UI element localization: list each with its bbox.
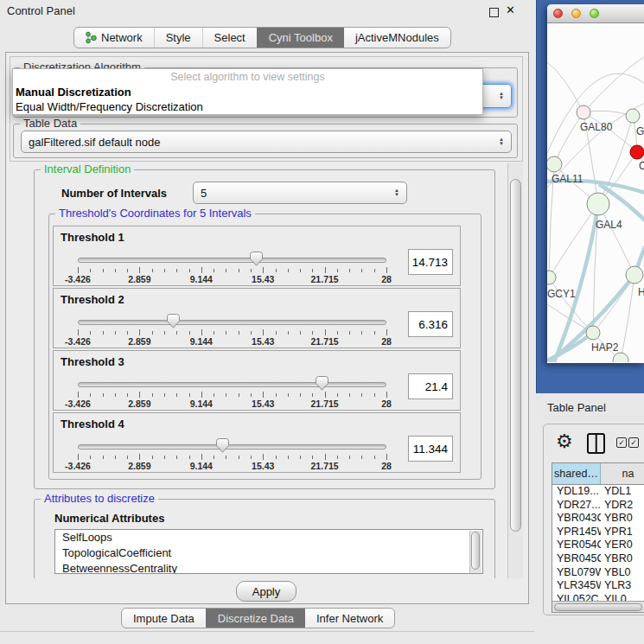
table-row[interactable]: YDR27...YDR2 — [552, 499, 644, 513]
network-node-hap2[interactable] — [586, 326, 600, 340]
column-header-shared-name[interactable]: shared… — [552, 463, 601, 484]
close-window-icon[interactable] — [553, 9, 563, 18]
threshold-value-field[interactable]: 6.316 — [408, 311, 453, 337]
threshold-slider-handle[interactable] — [316, 376, 328, 391]
table-row[interactable]: YDL19...YDL1 — [552, 485, 644, 499]
cell-shared-name[interactable]: YBL079W — [552, 566, 601, 580]
network-nodes[interactable]: GAL80GACGAL11GAL4GCY1HHAP2 — [547, 105, 644, 362]
slider-tick — [288, 331, 289, 335]
cell-name[interactable]: YPR1 — [601, 526, 644, 539]
number-of-intervals-combo[interactable]: 5 ▲▼ — [193, 182, 407, 204]
numerical-attributes-list[interactable]: SelfLoopsTopologicalCoefficientBetweenne… — [54, 529, 483, 574]
slider-tick — [152, 269, 153, 272]
network-node-ga[interactable] — [626, 109, 640, 123]
table-panel: ⚙ ✓ ✓ shared… na YDL19...YDL1YDR27...YDR… — [543, 424, 644, 615]
cell-name[interactable]: YBL0 — [601, 566, 644, 580]
float-window-icon[interactable] — [489, 8, 499, 17]
slider-tick — [90, 456, 91, 459]
table-data-combo[interactable]: galFiltered.sif default node ▲▼ — [21, 131, 512, 153]
table-row[interactable]: YBL079WYBL0 — [552, 566, 644, 580]
zoom-window-icon[interactable] — [590, 9, 599, 18]
slider-tick-label: 9.144 — [190, 274, 213, 284]
tab-cyni-toolbox[interactable]: Cyni Toolbox — [257, 28, 344, 48]
tab-jactivemnodules[interactable]: jActiveMNodules — [344, 28, 450, 48]
threshold-value-field[interactable]: 14.713 — [408, 249, 453, 275]
network-window[interactable]: GAL80GACGAL11GAL4GCY1HHAP2 — [547, 4, 644, 363]
threshold-slider-track[interactable] — [78, 444, 386, 450]
table-horizontal-scrollbar[interactable] — [552, 601, 644, 613]
screen: Control Panel ✕ NetworkStyleSelectCyni T… — [0, 0, 644, 644]
tab-infer-network[interactable]: Infer Network — [305, 609, 394, 628]
threshold-value-field[interactable]: 11.344 — [408, 436, 453, 462]
settings-vertical-scrollbar[interactable] — [507, 163, 523, 578]
close-icon[interactable]: ✕ — [506, 3, 515, 16]
cell-shared-name[interactable]: YER054C — [552, 539, 601, 552]
cell-name[interactable]: YDR2 — [601, 499, 644, 513]
interval-definition-label: Interval Definition — [41, 163, 134, 175]
table-row[interactable]: YBR043CYBR0 — [552, 512, 644, 526]
cell-shared-name[interactable]: YBR045C — [552, 552, 601, 566]
list-scrollbar[interactable] — [469, 531, 481, 573]
cell-shared-name[interactable]: YLR345W — [552, 579, 601, 593]
network-canvas[interactable]: GAL80GACGAL11GAL4GCY1HHAP2 — [547, 23, 644, 362]
tab-style[interactable]: Style — [154, 28, 202, 48]
cell-name[interactable]: YBR0 — [601, 552, 644, 566]
network-window-titlebar[interactable] — [547, 4, 644, 23]
cell-name[interactable]: YLR3 — [601, 579, 644, 593]
slider-tick — [226, 456, 226, 459]
attribute-list-item[interactable]: TopologicalCoefficient — [55, 545, 482, 561]
thresholds-group-label: Threshold's Coordinates for 5 Intervals — [55, 207, 255, 220]
node-label: C — [639, 160, 644, 172]
threshold-slider-track[interactable] — [78, 382, 386, 387]
slider-tick — [239, 269, 239, 272]
select-columns-icon[interactable]: ✓ — [616, 437, 627, 448]
cell-shared-name[interactable]: YBR043C — [552, 512, 601, 526]
tab-network[interactable]: Network — [74, 28, 154, 48]
cell-shared-name[interactable]: YDL19... — [552, 485, 601, 499]
gear-icon[interactable]: ⚙ — [556, 430, 573, 454]
network-node-h[interactable] — [626, 266, 643, 284]
cell-shared-name[interactable]: YDR27... — [552, 499, 601, 513]
tab-select[interactable]: Select — [202, 28, 257, 48]
cell-name[interactable]: YDL1 — [601, 485, 644, 499]
network-node-gal4[interactable] — [587, 193, 609, 215]
slider-tick-label: 28 — [381, 461, 392, 471]
minimize-window-icon[interactable] — [571, 9, 581, 18]
slider-tick — [78, 392, 79, 398]
tab-impute-data[interactable]: Impute Data — [122, 609, 206, 628]
threshold-value-field[interactable]: 21.4 — [408, 373, 453, 399]
slider-tick — [251, 393, 252, 397]
slider-tick — [115, 456, 116, 459]
network-node-gal80[interactable] — [577, 105, 590, 119]
network-node-gcy1[interactable] — [547, 271, 556, 284]
split-view-icon[interactable] — [587, 433, 605, 454]
network-node-gal11[interactable] — [547, 156, 562, 172]
attribute-list-item[interactable]: SelfLoops — [55, 530, 482, 545]
attribute-list-item[interactable]: BetweennessCentrality — [55, 561, 482, 574]
threshold-slider-handle[interactable] — [250, 252, 263, 266]
apply-button[interactable]: Apply — [236, 581, 296, 602]
threshold-slider-track[interactable] — [78, 320, 386, 325]
cell-shared-name[interactable]: YPR145W — [552, 526, 601, 539]
slider-tick — [300, 331, 301, 335]
slider-tick — [176, 456, 177, 459]
table-row[interactable]: YPR145WYPR1 — [552, 526, 644, 539]
table-row[interactable]: YER054CYER0 — [552, 539, 644, 552]
threshold-slider-handle[interactable] — [216, 438, 229, 453]
dropdown-option-manual-discretization[interactable]: Manual Discretization — [13, 85, 482, 99]
slider-tick — [239, 331, 239, 335]
cell-name[interactable]: YBR0 — [601, 512, 644, 526]
column-header-name[interactable]: na — [601, 463, 644, 484]
select-columns-icon-2[interactable]: ✓ — [628, 437, 639, 448]
network-node-c[interactable] — [630, 145, 644, 159]
threshold-slider-handle[interactable] — [167, 314, 180, 328]
slider-tick — [127, 331, 128, 335]
tab-discretize-data[interactable]: Discretize Data — [206, 609, 305, 628]
dropdown-option-equal-width-frequency[interactable]: Equal Width/Frequency Discretization — [13, 99, 482, 114]
table-row[interactable]: YBR045CYBR0 — [552, 552, 644, 566]
network-node[interactable] — [613, 353, 628, 362]
threshold-slider-track[interactable] — [78, 258, 386, 263]
slider-tick — [300, 456, 301, 459]
cell-name[interactable]: YER0 — [601, 539, 644, 552]
table-row[interactable]: YLR345WYLR3 — [552, 579, 644, 593]
